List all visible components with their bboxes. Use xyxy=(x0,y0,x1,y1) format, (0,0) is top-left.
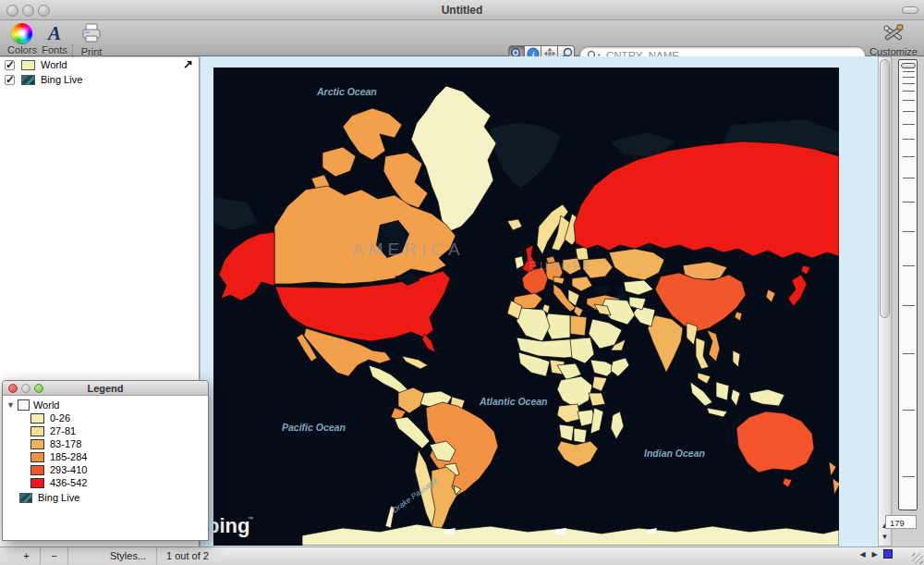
target-layer-arrow-icon[interactable]: ↗ xyxy=(183,57,193,71)
europe-label: EUROPE xyxy=(529,260,593,273)
legend-class-label: 436-542 xyxy=(50,477,87,488)
printer-icon xyxy=(80,23,103,43)
legend-root-label: World xyxy=(33,399,60,411)
window-resize-grip[interactable] xyxy=(912,553,923,564)
pacific-ocean-label: Pacific Ocean xyxy=(282,422,346,433)
bing-trademark: ™ xyxy=(248,516,253,522)
zoom-scale-ruler[interactable] xyxy=(898,59,918,510)
layer-row-world[interactable]: World↗ xyxy=(0,57,199,72)
ruler-tick xyxy=(903,111,915,112)
vertical-scrollbar-thumb[interactable] xyxy=(880,59,890,318)
customize-tools-icon xyxy=(881,23,906,43)
legend-class-swatch xyxy=(30,465,44,475)
ruler-tick xyxy=(903,476,915,477)
zoom-scale-panel xyxy=(893,56,924,547)
layer-checkbox[interactable] xyxy=(5,75,15,85)
toolbar: Colors A Fonts Print i xyxy=(0,20,924,56)
legend-minimize-button[interactable] xyxy=(21,384,30,393)
legend-class-swatch xyxy=(30,439,44,449)
print-button[interactable]: Print xyxy=(76,23,107,57)
ruler-tick xyxy=(903,139,915,140)
window-title: Untitled xyxy=(0,4,924,17)
bing-thumbnail-icon xyxy=(19,493,32,503)
scale-value-field[interactable] xyxy=(885,515,917,529)
ruler-tick xyxy=(903,91,915,92)
ruler-tick xyxy=(903,156,915,157)
arctic-ocean-label: Arctic Ocean xyxy=(316,86,377,97)
legend-class-swatch xyxy=(30,426,44,436)
ruler-tick xyxy=(903,178,915,178)
bottom-bar: + − Styles... 1 out of 2 ◀ ▶ xyxy=(0,547,924,565)
scroll-left-arrow[interactable]: ◀ xyxy=(857,550,869,559)
layer-swatch xyxy=(21,60,35,70)
ruler-tick xyxy=(903,305,915,306)
disclosure-triangle-icon[interactable]: ▼ xyxy=(6,400,15,410)
vertical-scrollbar[interactable]: ▲ ▼ xyxy=(878,56,892,547)
world-map[interactable]: Arctic Ocean AMERICA EUROPE Atlantic Oce… xyxy=(213,68,839,546)
layer-label: World xyxy=(41,59,67,70)
map-viewport[interactable]: Arctic Ocean AMERICA EUROPE Atlantic Oce… xyxy=(201,56,878,547)
legend-bing-label: Bing Live xyxy=(38,492,79,503)
legend-close-button[interactable] xyxy=(8,384,18,393)
ruler-tick xyxy=(903,71,915,72)
legend-class-row[interactable]: 436-542 xyxy=(3,476,208,489)
print-label: Print xyxy=(76,46,107,57)
zoom-scale-thumb[interactable] xyxy=(901,63,916,68)
layer-row-bing-live[interactable]: Bing Live xyxy=(0,72,199,87)
selection-count: 1 out of 2 xyxy=(157,547,231,565)
legend-class-row[interactable]: 27-81 xyxy=(3,424,208,437)
legend-window[interactable]: Legend ▼ World 0-2627-8183-178185-284293… xyxy=(2,380,209,541)
legend-class-label: 83-178 xyxy=(50,438,81,449)
add-style-button[interactable]: + xyxy=(13,547,41,565)
legend-class-swatch xyxy=(30,478,44,488)
scroll-right-arrow[interactable]: ▶ xyxy=(869,550,881,559)
legend-class-row[interactable]: 293-410 xyxy=(3,463,208,476)
scroll-corner-button[interactable] xyxy=(883,549,893,559)
fonts-label: Fonts xyxy=(39,44,70,55)
legend-class-row[interactable]: 83-178 xyxy=(3,437,208,450)
layer-checkbox[interactable] xyxy=(5,60,15,70)
legend-world-checkbox[interactable] xyxy=(18,399,30,411)
indian-ocean-label: Indian Ocean xyxy=(644,448,705,459)
title-bar: Untitled xyxy=(0,0,924,20)
customize-button[interactable]: Customize xyxy=(867,23,920,57)
colors-button[interactable]: Colors xyxy=(6,23,39,55)
toolbar-toggle-pill[interactable] xyxy=(902,6,918,14)
ruler-tick xyxy=(903,83,915,84)
legend-class-label: 293-410 xyxy=(50,464,87,475)
legend-class-label: 0-26 xyxy=(50,412,70,424)
ruler-tick xyxy=(903,265,915,266)
fonts-button[interactable]: A Fonts xyxy=(39,23,70,55)
atlantic-ocean-label: Atlantic Ocean xyxy=(479,396,548,407)
ruler-tick xyxy=(903,124,915,125)
ruler-tick xyxy=(903,77,915,78)
legend-zoom-button[interactable] xyxy=(34,384,43,393)
bing-logo: bing xyxy=(213,514,249,537)
layer-swatch xyxy=(21,75,35,85)
legend-class-swatch xyxy=(30,452,44,462)
ruler-tick xyxy=(903,100,915,101)
legend-title: Legend xyxy=(87,383,123,394)
legend-title-bar[interactable]: Legend xyxy=(3,381,208,396)
legend-body: ▼ World 0-2627-8183-178185-284293-410436… xyxy=(3,396,208,504)
layer-label: Bing Live xyxy=(41,74,82,85)
ruler-tick xyxy=(903,353,915,354)
colors-label: Colors xyxy=(6,44,39,55)
legend-class-row[interactable]: 185-284 xyxy=(3,450,208,463)
legend-class-label: 27-81 xyxy=(50,425,76,436)
ruler-tick xyxy=(903,231,915,232)
scroll-down-arrow[interactable]: ▼ xyxy=(879,533,891,541)
legend-root-row[interactable]: ▼ World xyxy=(3,399,208,411)
color-wheel-icon xyxy=(12,23,32,43)
styles-button[interactable]: Styles... xyxy=(100,547,157,565)
legend-class-swatch xyxy=(30,413,44,424)
legend-bing-row[interactable]: Bing Live xyxy=(3,491,208,504)
legend-class-label: 185-284 xyxy=(50,451,87,462)
legend-class-row[interactable]: 0-26 xyxy=(3,411,208,424)
ruler-tick xyxy=(903,202,915,203)
remove-style-button[interactable]: − xyxy=(41,547,68,565)
fonts-icon: A xyxy=(39,23,70,43)
america-label: AMERICA xyxy=(352,240,465,259)
ruler-tick xyxy=(903,410,915,411)
